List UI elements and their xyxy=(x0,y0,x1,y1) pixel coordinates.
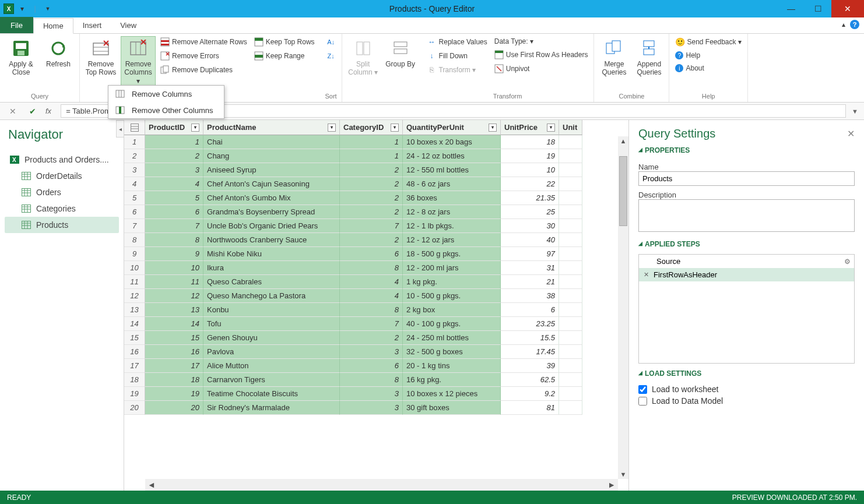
transform-button[interactable]: ⎘ Transform ▾ xyxy=(425,64,490,76)
row-header[interactable]: 12 xyxy=(124,289,145,303)
filter-dropdown-icon[interactable]: ▾ xyxy=(489,124,497,132)
cell-productname[interactable]: Sir Rodney's Marmalade xyxy=(203,401,340,415)
cell-productid[interactable]: 4 xyxy=(145,177,203,191)
cell-qty[interactable]: 10 boxes x 12 pieces xyxy=(403,387,501,401)
cell-categoryid[interactable]: 1 xyxy=(340,149,403,163)
fill-down-button[interactable]: ↓ Fill Down xyxy=(425,50,490,62)
col-header-quantityperunit[interactable]: QuantityPerUnit▾ xyxy=(403,120,501,135)
row-header[interactable]: 18 xyxy=(124,373,145,387)
cell-qty[interactable]: 10 boxes x 20 bags xyxy=(403,135,501,149)
cell-unit[interactable] xyxy=(559,163,582,177)
row-header[interactable]: 8 xyxy=(124,233,145,247)
cell-price[interactable]: 10 xyxy=(501,163,559,177)
cell-unit[interactable] xyxy=(559,275,582,289)
row-header[interactable]: 3 xyxy=(124,163,145,177)
cell-productid[interactable]: 9 xyxy=(145,247,203,261)
help-icon[interactable]: ? xyxy=(850,20,859,29)
cell-productid[interactable]: 20 xyxy=(145,401,203,415)
filter-dropdown-icon[interactable]: ▾ xyxy=(391,124,399,132)
cell-unit[interactable] xyxy=(559,149,582,163)
remove-alternate-rows-button[interactable]: Remove Alternate Rows xyxy=(158,36,250,48)
cell-qty[interactable]: 24 - 12 oz bottles xyxy=(403,149,501,163)
keep-range-button[interactable]: Keep Range xyxy=(252,50,317,62)
maximize-button[interactable]: ☐ xyxy=(805,0,831,17)
scroll-down-icon[interactable]: ▼ xyxy=(619,470,628,479)
cell-qty[interactable]: 16 kg pkg. xyxy=(403,373,501,387)
cell-qty[interactable]: 20 - 1 kg tins xyxy=(403,359,501,373)
cell-productid[interactable]: 14 xyxy=(145,317,203,331)
qat-dropdown-icon[interactable]: ▼ xyxy=(43,4,52,13)
cell-qty[interactable]: 10 - 500 g pkgs. xyxy=(403,289,501,303)
navigator-collapse-button[interactable]: ◂ xyxy=(116,120,124,138)
cell-price[interactable]: 25 xyxy=(501,205,559,219)
append-queries-button[interactable]: Append Queries xyxy=(633,36,665,80)
nav-item-products[interactable]: Products xyxy=(5,217,119,233)
cell-categoryid[interactable]: 2 xyxy=(340,177,403,191)
cell-productname[interactable]: Northwoods Cranberry Sauce xyxy=(203,233,340,247)
row-header[interactable]: 20 xyxy=(124,401,145,415)
scroll-right-icon[interactable]: ► xyxy=(605,480,618,489)
cell-productid[interactable]: 18 xyxy=(145,373,203,387)
cell-price[interactable]: 62.5 xyxy=(501,373,559,387)
cell-productname[interactable]: Uncle Bob's Organic Dried Pears xyxy=(203,219,340,233)
replace-values-button[interactable]: ↔ Replace Values xyxy=(425,36,490,48)
cell-productid[interactable]: 15 xyxy=(145,331,203,345)
cell-price[interactable]: 31 xyxy=(501,261,559,275)
col-header-productid[interactable]: ProductID▾ xyxy=(145,120,203,135)
unpivot-button[interactable]: Unpivot xyxy=(492,63,591,75)
cell-productname[interactable]: Mishi Kobe Niku xyxy=(203,247,340,261)
cell-categoryid[interactable]: 4 xyxy=(340,289,403,303)
cell-categoryid[interactable]: 2 xyxy=(340,205,403,219)
cell-qty[interactable]: 24 - 250 ml bottles xyxy=(403,331,501,345)
settings-close-button[interactable]: ✕ xyxy=(847,128,855,139)
remove-top-rows-button[interactable]: Remove Top Rows xyxy=(83,36,118,80)
cell-qty[interactable]: 12 - 550 ml bottles xyxy=(403,163,501,177)
cell-unit[interactable] xyxy=(559,401,582,415)
cell-price[interactable]: 19 xyxy=(501,149,559,163)
remove-duplicates-button[interactable]: Remove Duplicates xyxy=(158,64,250,76)
col-header-unitprice[interactable]: UnitPrice▾ xyxy=(501,120,559,135)
scroll-up-icon[interactable]: ▲ xyxy=(619,136,628,146)
cell-productname[interactable]: Queso Manchego La Pastora xyxy=(203,289,340,303)
cell-unit[interactable] xyxy=(559,303,582,317)
cell-productid[interactable]: 13 xyxy=(145,303,203,317)
cell-productid[interactable]: 1 xyxy=(145,135,203,149)
nav-root[interactable]: X Products and Orders.... xyxy=(5,151,119,168)
applied-steps-header[interactable]: APPLIED STEPS xyxy=(638,240,855,248)
cell-unit[interactable] xyxy=(559,247,582,261)
filter-dropdown-icon[interactable]: ▾ xyxy=(328,124,336,132)
row-header[interactable]: 1 xyxy=(124,135,145,149)
cell-categoryid[interactable]: 6 xyxy=(340,359,403,373)
row-header[interactable]: 17 xyxy=(124,359,145,373)
cell-unit[interactable] xyxy=(559,387,582,401)
cell-productid[interactable]: 2 xyxy=(145,149,203,163)
gear-icon[interactable]: ⚙ xyxy=(844,258,851,266)
col-header-productname[interactable]: ProductName▾ xyxy=(203,120,340,135)
close-button[interactable]: ✕ xyxy=(831,0,864,17)
cell-qty[interactable]: 12 - 12 oz jars xyxy=(403,233,501,247)
description-input[interactable] xyxy=(638,199,855,232)
cell-qty[interactable]: 36 boxes xyxy=(403,191,501,205)
load-settings-header[interactable]: LOAD SETTINGS xyxy=(638,369,855,378)
qat-save-icon[interactable]: ▾ xyxy=(17,4,27,13)
row-header[interactable]: 16 xyxy=(124,345,145,359)
cell-productid[interactable]: 5 xyxy=(145,191,203,205)
cell-unit[interactable] xyxy=(559,317,582,331)
cell-productname[interactable]: Konbu xyxy=(203,303,340,317)
cell-qty[interactable]: 48 - 6 oz jars xyxy=(403,177,501,191)
cell-categoryid[interactable]: 2 xyxy=(340,233,403,247)
cell-productid[interactable]: 16 xyxy=(145,345,203,359)
cell-productname[interactable]: Alice Mutton xyxy=(203,359,340,373)
cell-productname[interactable]: Chang xyxy=(203,149,340,163)
cell-productname[interactable]: Pavlova xyxy=(203,345,340,359)
cell-qty[interactable]: 12 - 200 ml jars xyxy=(403,261,501,275)
remove-columns-button[interactable]: Remove Columns ▾ xyxy=(121,36,156,88)
vertical-scrollbar[interactable]: ▲ ▼ xyxy=(618,136,628,479)
cell-categoryid[interactable]: 3 xyxy=(340,387,403,401)
cell-price[interactable]: 15.5 xyxy=(501,331,559,345)
horizontal-scrollbar[interactable]: ◄ ► xyxy=(145,479,618,491)
apply-close-button[interactable]: Apply & Close xyxy=(3,36,38,80)
formula-expand-icon[interactable]: ▼ xyxy=(852,108,858,115)
nav-item-orderdetails[interactable]: OrderDetails xyxy=(5,168,119,184)
cell-categoryid[interactable]: 3 xyxy=(340,345,403,359)
